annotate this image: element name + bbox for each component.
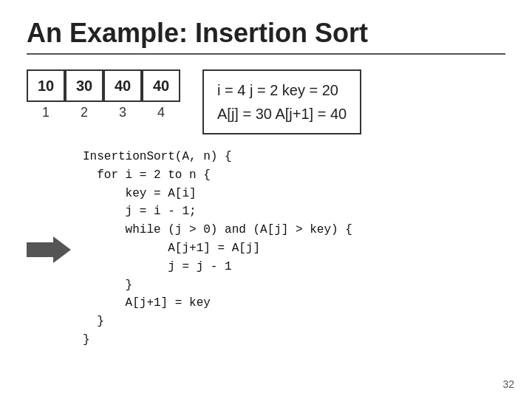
index-0: 1 bbox=[27, 105, 65, 120]
cell-3: 40 bbox=[142, 69, 180, 102]
array-indices: 1 2 3 4 bbox=[27, 105, 180, 120]
index-3: 4 bbox=[142, 105, 180, 120]
code-block: InsertionSort(A, n) { for i = 2 to n { k… bbox=[83, 148, 352, 349]
arrow-icon bbox=[27, 236, 71, 263]
slide: An Example: Insertion Sort 10 30 40 40 1… bbox=[0, 0, 532, 399]
index-2: 3 bbox=[103, 105, 142, 120]
svg-marker-0 bbox=[27, 236, 71, 263]
top-row: 10 30 40 40 1 2 3 4 i = 4 j = 2 key = 20… bbox=[27, 69, 505, 134]
info-line2: A[j] = 30 A[j+1] = 40 bbox=[217, 102, 347, 126]
array-section: 10 30 40 40 1 2 3 4 bbox=[27, 69, 180, 120]
info-box: i = 4 j = 2 key = 20 A[j] = 30 A[j+1] = … bbox=[202, 69, 361, 134]
index-1: 2 bbox=[65, 105, 103, 120]
code-area: InsertionSort(A, n) { for i = 2 to n { k… bbox=[27, 148, 505, 349]
page-number: 32 bbox=[502, 378, 514, 390]
cell-1: 30 bbox=[65, 69, 103, 102]
info-line1: i = 4 j = 2 key = 20 bbox=[217, 78, 347, 102]
array-cells: 10 30 40 40 bbox=[27, 69, 180, 102]
cell-2: 40 bbox=[103, 69, 142, 102]
content-area: 10 30 40 40 1 2 3 4 i = 4 j = 2 key = 20… bbox=[27, 69, 505, 349]
slide-title: An Example: Insertion Sort bbox=[27, 18, 505, 55]
cell-0: 10 bbox=[27, 69, 65, 102]
